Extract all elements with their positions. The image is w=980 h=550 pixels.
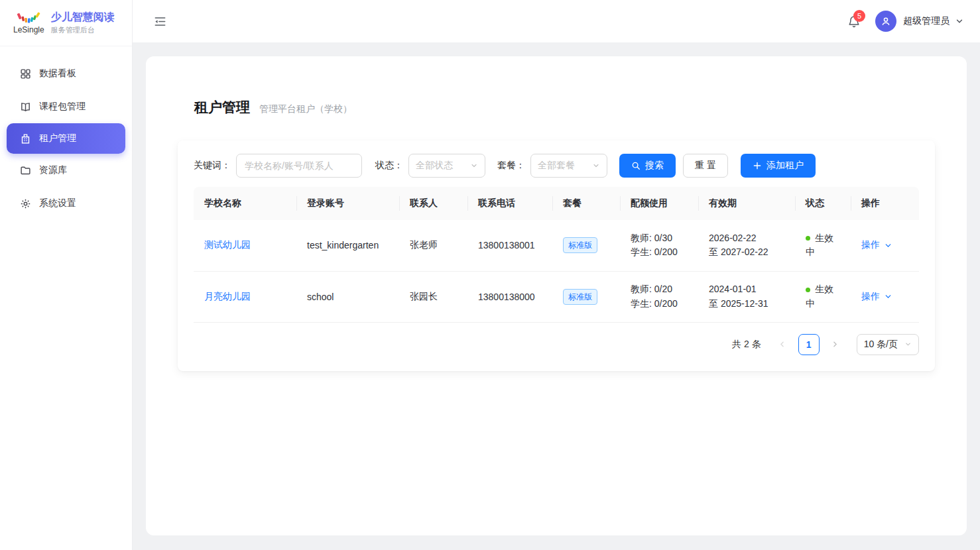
keyword-label: 关键词：: [194, 160, 231, 172]
user-menu-chevron-down-icon[interactable]: [955, 17, 964, 26]
add-tenant-button-label: 添加租户: [766, 160, 804, 172]
page-size-select[interactable]: 10 条/页: [857, 334, 919, 355]
plan-badge: 标准版: [563, 237, 597, 253]
keyword-input[interactable]: [236, 154, 362, 178]
row-actions-label: 操作: [861, 239, 880, 251]
school-name-link[interactable]: 月亮幼儿园: [204, 291, 251, 302]
search-button-label: 搜索: [645, 160, 664, 172]
row-actions-label: 操作: [861, 291, 880, 303]
reset-button-label: 重 置: [695, 160, 716, 172]
pagination-prev-button[interactable]: [772, 334, 793, 355]
row-actions-dropdown[interactable]: 操作: [861, 291, 892, 303]
status-badge: 生效中: [806, 284, 833, 309]
sidebar-item-label: 租户管理: [39, 133, 76, 144]
chevron-down-icon: [904, 341, 912, 348]
status-badge: 生效中: [806, 233, 833, 258]
page-head: 租户管理 管理平台租户（学校）: [178, 98, 935, 117]
sidebar-item-settings[interactable]: 系统设置: [0, 187, 132, 220]
cell-phone: 13800138001: [467, 220, 552, 271]
valid-to: 至 2025-12-31: [709, 297, 784, 311]
table-header-row: 学校名称 登录账号 联系人 联系电话 套餐 配额使用 有效期 状态 操作: [194, 187, 919, 220]
valid-from: 2026-02-22: [709, 231, 784, 246]
col-contact: 联系人: [399, 187, 467, 220]
plan-label: 套餐：: [497, 160, 525, 172]
brand: LeSingle 少儿智慧阅读 服务管理后台: [0, 0, 132, 46]
brand-text: 少儿智慧阅读 服务管理后台: [51, 11, 115, 35]
logo-wordmark: LeSingle: [13, 25, 44, 34]
cell-validity: 2026-02-22 至 2027-02-22: [698, 220, 795, 271]
add-tenant-button[interactable]: 添加租户: [741, 154, 816, 178]
pagination-next-button[interactable]: [825, 334, 846, 355]
plan-badge: 标准版: [563, 289, 597, 305]
cell-quota: 教师: 0/20 学生: 0/200: [620, 271, 698, 322]
sidebar-collapse-button[interactable]: [154, 15, 167, 28]
chevron-down-icon: [470, 162, 478, 170]
col-school-name: 学校名称: [194, 187, 296, 220]
cell-contact: 张老师: [399, 220, 467, 271]
reset-button[interactable]: 重 置: [683, 154, 728, 178]
col-quota: 配额使用: [620, 187, 698, 220]
page-subtitle: 管理平台租户（学校）: [259, 103, 352, 115]
status-label: 状态：: [375, 160, 403, 172]
sidebar-item-resources[interactable]: 资源库: [0, 154, 132, 187]
cell-account: school: [296, 271, 399, 322]
brand-logo: LeSingle: [13, 12, 44, 34]
plan-select-value: 全部套餐: [538, 160, 575, 172]
status-select[interactable]: 全部状态: [408, 154, 485, 178]
tenant-table: 学校名称 登录账号 联系人 联系电话 套餐 配额使用 有效期 状态 操作: [194, 187, 919, 323]
sidebar-item-dashboard[interactable]: 数据看板: [0, 57, 132, 90]
search-button[interactable]: 搜索: [619, 154, 676, 178]
chevron-down-icon: [884, 241, 892, 250]
book-icon: [19, 101, 31, 113]
plan-select[interactable]: 全部套餐: [530, 154, 607, 178]
col-actions: 操作: [851, 187, 919, 220]
dashboard-icon: [19, 68, 31, 80]
topbar-right: 5 超级管理员: [847, 11, 964, 32]
col-plan: 套餐: [552, 187, 620, 220]
chevron-down-icon: [592, 162, 600, 170]
school-name-link[interactable]: 测试幼儿园: [204, 239, 251, 250]
logo-arc-icon: [15, 12, 42, 27]
brand-title: 少儿智慧阅读: [51, 11, 115, 24]
valid-to: 至 2027-02-22: [709, 245, 784, 260]
quota-student: 学生: 0/200: [631, 297, 688, 311]
topbar: 5 超级管理员: [133, 0, 980, 42]
valid-from: 2024-01-01: [709, 282, 784, 297]
pagination: 共 2 条 1 10 条/页: [194, 334, 919, 355]
filter-bar: 关键词： 状态： 全部状态 套餐： 全部套餐: [194, 154, 919, 178]
app-root: LeSingle 少儿智慧阅读 服务管理后台 数据看板: [0, 0, 980, 550]
pagination-page-1[interactable]: 1: [798, 334, 820, 355]
cell-quota: 教师: 0/30 学生: 0/200: [620, 220, 698, 271]
cell-contact: 张园长: [399, 271, 467, 322]
col-phone: 联系电话: [467, 187, 552, 220]
user-name[interactable]: 超级管理员: [903, 15, 949, 27]
gear-icon: [19, 197, 31, 209]
sidebar-item-course-packages[interactable]: 课程包管理: [0, 90, 132, 123]
chevron-down-icon: [884, 292, 892, 301]
col-login-account: 登录账号: [296, 187, 399, 220]
sidebar-item-label: 资源库: [39, 164, 67, 176]
col-status: 状态: [795, 187, 851, 220]
page-card: 租户管理 管理平台租户（学校） 关键词： 状态： 全部状态: [146, 56, 967, 535]
cell-account: test_kindergarten: [296, 220, 399, 271]
quota-teacher: 教师: 0/20: [631, 282, 688, 297]
sidebar-item-label: 系统设置: [39, 197, 76, 209]
status-select-value: 全部状态: [416, 160, 453, 172]
status-dot-icon: [806, 288, 810, 292]
folder-icon: [19, 164, 31, 176]
quota-teacher: 教师: 0/30: [631, 231, 688, 246]
cell-status: 生效中: [795, 271, 851, 322]
plus-icon: [753, 161, 762, 170]
sidebar-menu: 数据看板 课程包管理 租户管理: [0, 46, 132, 220]
sidebar-item-label: 课程包管理: [39, 101, 86, 113]
cell-validity: 2024-01-01 至 2025-12-31: [698, 271, 795, 322]
notifications-button[interactable]: 5: [847, 15, 861, 28]
sidebar-item-tenants[interactable]: 租户管理: [7, 123, 125, 154]
avatar[interactable]: [875, 11, 896, 32]
cell-status: 生效中: [795, 220, 851, 271]
brand-subtitle: 服务管理后台: [51, 25, 115, 35]
sidebar-item-label: 数据看板: [39, 68, 76, 80]
content-area: 租户管理 管理平台租户（学校） 关键词： 状态： 全部状态: [133, 42, 980, 550]
tenant-panel: 关键词： 状态： 全部状态 套餐： 全部套餐: [178, 140, 935, 371]
row-actions-dropdown[interactable]: 操作: [861, 239, 892, 251]
